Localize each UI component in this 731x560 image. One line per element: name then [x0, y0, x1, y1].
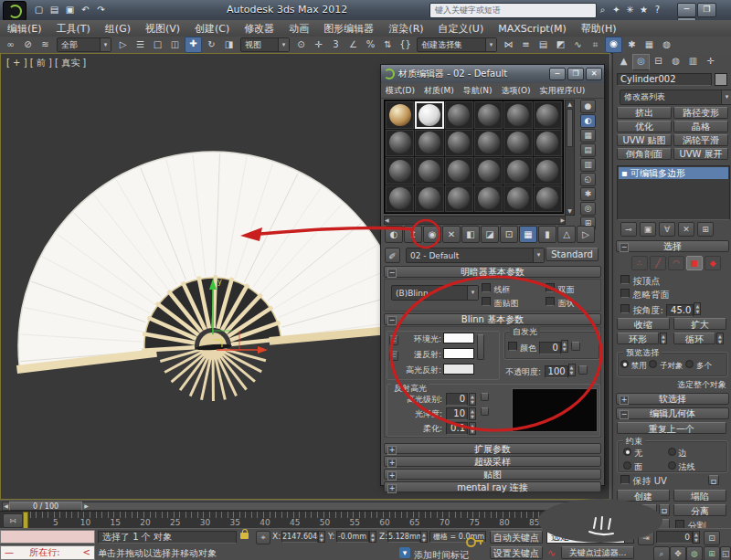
select-and-rotate-icon[interactable]: ↻ [204, 37, 219, 52]
opacity-spinner[interactable]: ▲▼ [568, 364, 576, 376]
sample-slot-21[interactable] [474, 185, 503, 213]
sample-slot-6[interactable] [386, 130, 414, 157]
sample-slot-4[interactable] [503, 101, 532, 129]
angle-spinner[interactable]: ▲▼ [694, 302, 701, 315]
sample-slot-16[interactable] [503, 157, 532, 185]
specular-level-spinner[interactable]: ▲▼ [469, 393, 476, 406]
maximize-button[interactable]: ❐ [567, 68, 584, 80]
preserve-uv-settings-button[interactable]: ▫ [708, 475, 719, 485]
selection-lock-icon[interactable] [240, 533, 249, 539]
faceted-checkbox[interactable]: 面状 [546, 297, 575, 310]
sample-slot-2[interactable] [445, 101, 473, 129]
modifier-list-dropdown[interactable]: 修改器列表 ▾ [620, 90, 731, 105]
blinn-basic-rollout-header[interactable]: −Blinn 基本参数 [384, 313, 601, 325]
communication-icon[interactable]: ✳ [623, 3, 637, 16]
mated-menu-item-3[interactable]: 选项(O) [497, 83, 535, 99]
select-and-move-icon[interactable]: ✚ [185, 37, 202, 53]
ambient-color-swatch[interactable] [443, 333, 474, 343]
sample-slot-0[interactable] [386, 101, 414, 129]
sample-uv-tiling-icon[interactable]: ▤ [580, 143, 596, 157]
ring-spinner[interactable]: ▲▼ [660, 333, 667, 344]
mirror-icon[interactable]: ⋈ [501, 37, 516, 52]
make-unique-icon[interactable]: ◧ [461, 226, 480, 243]
next-frame-icon[interactable]: ▶ [82, 502, 90, 511]
menu-item-9[interactable]: 自定义(U) [431, 21, 492, 37]
sample-slot-15[interactable] [474, 157, 503, 185]
material-id-channel-icon[interactable]: ⊡ [500, 226, 518, 243]
diffuse-color-swatch[interactable] [443, 348, 474, 359]
selection-rollout-header[interactable]: −选择 [616, 240, 729, 252]
go-to-parent-icon[interactable]: △ [557, 226, 576, 243]
menu-item-11[interactable]: 帮助(H) [574, 21, 624, 37]
glossiness-spinner[interactable]: ▲▼ [469, 407, 476, 420]
expand-icon[interactable]: + [387, 446, 397, 455]
shrink-button[interactable]: 收缩 [617, 318, 670, 330]
graphite-ribbon-icon[interactable]: ◩ [553, 37, 568, 52]
go-forward-sibling-icon[interactable]: ▷ [577, 226, 595, 243]
rollout-1-header[interactable]: +超级采样 [384, 456, 601, 467]
favorites-icon[interactable]: ★ [637, 3, 651, 16]
x-spinner[interactable]: ▲▼ [318, 531, 325, 543]
chevron-down-icon[interactable]: ▾ [624, 531, 634, 544]
add-time-tag[interactable]: 添加时间标记 [414, 549, 469, 560]
modifier-stack[interactable]: ▪ 可编辑多边形 [617, 165, 730, 220]
sample-slot-5[interactable] [534, 101, 562, 129]
unlink-selection-icon[interactable]: ⊘ [20, 37, 36, 52]
modifier-button-1[interactable]: 路径变形 [673, 107, 728, 119]
select-object-icon[interactable]: ▷ [115, 37, 131, 52]
sample-type-icon[interactable]: ● [580, 100, 596, 113]
show-end-result-icon[interactable]: ▮ [538, 226, 556, 243]
3dsmax-logo[interactable] [3, 1, 26, 21]
select-and-manipulate-icon[interactable]: ✛ [311, 37, 326, 52]
glossiness-map-button[interactable] [481, 407, 489, 416]
arc-rotate-icon[interactable]: ◍ [686, 546, 703, 560]
show-end-result-icon[interactable]: ▣ [640, 222, 656, 237]
attach-button[interactable]: 附加 [617, 504, 657, 516]
material-name-dropdown[interactable]: 02 - Default ▾ [406, 248, 545, 263]
align-icon[interactable]: ≡ [518, 37, 534, 52]
modifier-button-5[interactable]: 涡轮平滑 [673, 134, 728, 146]
time-slider-groove[interactable] [2, 502, 607, 511]
menu-item-3[interactable]: 视图(V) [138, 21, 187, 37]
attach-list-button[interactable]: ▫ [659, 504, 670, 516]
configure-modifier-sets-icon[interactable]: ⊞ [697, 222, 714, 237]
rollout-2-header[interactable]: +贴图 [384, 469, 601, 480]
preserve-uv-checkbox[interactable]: 保持 UV [620, 475, 667, 488]
new-file-icon[interactable]: ▢ [32, 3, 46, 16]
make-unique-icon[interactable]: ∀ [659, 222, 675, 237]
sample-slot-23[interactable] [534, 185, 562, 213]
material-editor-titlebar[interactable]: 材质编辑器 - 02 - Default ─ ❐ ✕ [381, 65, 604, 84]
sample-slot-17[interactable] [534, 157, 562, 185]
show-map-in-viewport-icon[interactable]: ▦ [519, 226, 537, 243]
self-illum-spinner[interactable]: ▲▼ [561, 340, 568, 353]
sample-slot-12[interactable] [386, 157, 414, 185]
scroll-up-icon[interactable]: ▲ [566, 100, 574, 108]
preview-subobj-radio[interactable] [649, 360, 657, 368]
expand-icon[interactable]: + [620, 396, 629, 405]
specular-color-swatch[interactable] [443, 364, 474, 375]
menu-item-6[interactable]: 动画 [281, 21, 316, 37]
percent-snap-icon[interactable]: % [363, 37, 378, 52]
mated-menu-item-1[interactable]: 材质(M) [419, 83, 459, 99]
video-color-check-icon[interactable]: ▥ [580, 158, 596, 172]
track-bar-mode-icon[interactable]: ∺ [3, 513, 23, 528]
material-editor-icon[interactable]: ◉ [605, 37, 622, 53]
macro-recorder-field[interactable] [0, 530, 95, 544]
slots-vertical-scrollbar[interactable]: ▲ ▼ [565, 100, 575, 216]
menu-item-10[interactable]: MAXScript(M) [491, 21, 574, 37]
curve-editor-icon[interactable]: ∿ [570, 37, 586, 52]
auto-key-button[interactable]: 自动关键点 [490, 531, 543, 544]
modifier-button-4[interactable]: UVW 贴图 [617, 134, 672, 146]
reference-coordinate-dropdown[interactable]: 视图▾ [240, 37, 290, 52]
modifier-button-3[interactable]: 晶格 [673, 121, 728, 132]
chevron-down-icon[interactable]: ▾ [533, 248, 544, 262]
chevron-down-icon[interactable]: ▾ [467, 286, 478, 300]
bind-to-space-warp-icon[interactable]: ≋ [37, 37, 53, 52]
constraint-none-radio[interactable] [623, 448, 631, 456]
element-icon[interactable]: ◆ [705, 256, 721, 270]
pan-hand-icon[interactable]: ✥ [670, 546, 686, 560]
set-key-button[interactable]: 设置关键点 [490, 546, 543, 559]
constraint-edge-radio[interactable] [668, 448, 676, 456]
modifier-button-6[interactable]: 倒角剖面 [617, 148, 672, 160]
loop-spinner[interactable]: ▲▼ [716, 333, 724, 344]
